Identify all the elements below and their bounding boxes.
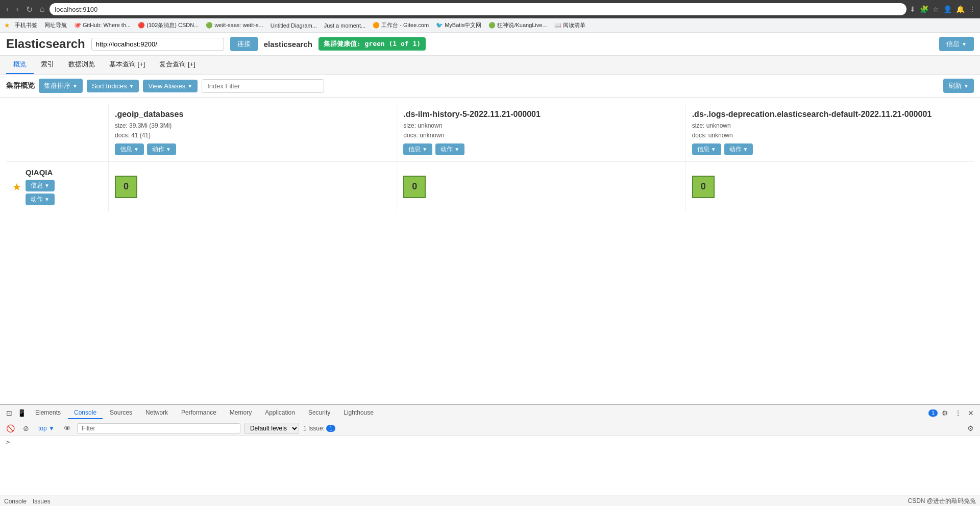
index-size-2: size: unknown xyxy=(692,121,968,131)
node-info-btn[interactable]: 信息 ▼ xyxy=(26,180,55,191)
index-docs-0: docs: 41 (41) xyxy=(115,131,390,140)
address-bar[interactable]: localhost:9100 xyxy=(50,3,906,15)
devtools-tab-elements[interactable]: Elements xyxy=(29,407,67,419)
console-filter-input[interactable] xyxy=(77,423,240,433)
devtools-toolbar: 🚫 ⊘ top ▼ 👁 Default levels 1 Issue: 1 ⚙ xyxy=(0,421,980,436)
index-docs-1: docs: unknown xyxy=(403,131,679,140)
reload-btn[interactable]: ↻ xyxy=(24,4,35,15)
clear-console-icon[interactable]: 🚫 xyxy=(4,423,17,433)
address-text: localhost:9100 xyxy=(55,6,97,13)
index-actions-0: 信息 ▼ 动作 ▼ xyxy=(115,143,390,155)
index-header-0: .geoip_databases size: 39.3Mi (39.3Mi) d… xyxy=(108,104,397,161)
index-header-1: .ds-ilm-history-5-2022.11.21-000001 size… xyxy=(397,104,685,161)
log-levels-select[interactable]: Default levels xyxy=(244,423,299,434)
devtools-tab-lighthouse[interactable]: Lighthouse xyxy=(337,407,380,419)
bookmark-nav[interactable]: 网址导航 xyxy=(42,20,69,30)
bookmark-readlist[interactable]: 📖 阅读清单 xyxy=(552,20,588,30)
shard-cell-1: 0 xyxy=(397,162,685,211)
info-btn-2[interactable]: 信息 ▼ xyxy=(692,143,721,155)
url-input[interactable] xyxy=(91,38,224,51)
devtools-tab-performance[interactable]: Performance xyxy=(175,407,223,419)
action-btn-1[interactable]: 动作 ▼ xyxy=(435,143,464,155)
browser-icons: ⬇ 🧩 ☆ 👤 🔔 ⋮ xyxy=(910,5,976,13)
index-name-0: .geoip_databases xyxy=(115,110,390,119)
bookmark-kuang[interactable]: 🟢 狂神说/KuangLive... xyxy=(486,20,549,30)
devtools-settings-icon[interactable]: ⚙ xyxy=(965,423,976,433)
back-btn[interactable]: ‹ xyxy=(4,4,11,15)
shard-box-1: 0 xyxy=(403,176,426,198)
bookmark-moment[interactable]: Just a moment... xyxy=(322,21,368,30)
info-chevron-icon-0: ▼ xyxy=(134,147,139,152)
bottom-right-text: CSDN @进击的敲码免兔 xyxy=(908,497,976,505)
index-size-1: size: unknown xyxy=(403,121,679,131)
extension-icon: 🧩 xyxy=(920,5,928,13)
info-btn-0[interactable]: 信息 ▼ xyxy=(115,143,144,155)
bookmark-csdn[interactable]: 🔴 (102条消息) CSDN... xyxy=(135,20,201,30)
eye-icon[interactable]: 👁 xyxy=(62,423,73,433)
main-content: .geoip_databases size: 39.3Mi (39.3Mi) d… xyxy=(0,98,980,402)
view-aliases-chevron-icon: ▼ xyxy=(187,83,192,89)
more-icon[interactable]: ⋮ xyxy=(952,408,964,418)
cluster-sort-button[interactable]: 集群排序 ▼ xyxy=(39,79,83,93)
index-header-2: .ds-.logs-deprecation.elasticsearch-defa… xyxy=(685,104,974,161)
devtools-tab-console[interactable]: Console xyxy=(68,407,103,419)
issue-count-badge: 1 xyxy=(928,409,938,417)
tab-indices[interactable]: 索引 xyxy=(34,56,61,74)
cluster-grid: .geoip_databases size: 39.3Mi (39.3Mi) d… xyxy=(6,104,974,211)
index-filter-input[interactable] xyxy=(202,79,324,93)
forward-btn[interactable]: › xyxy=(14,4,20,15)
node-action-btn[interactable]: 动作 ▼ xyxy=(26,194,55,205)
settings-icon[interactable]: ⚙ xyxy=(940,408,950,418)
bookmark-mybatis[interactable]: 🐦 MyBatis中文网 xyxy=(433,20,484,30)
issue-badge: 1 xyxy=(326,425,335,432)
browser-chrome: ‹ › ↻ ⌂ localhost:9100 ⬇ 🧩 ☆ 👤 🔔 ⋮ xyxy=(0,0,980,18)
action-btn-0[interactable]: 动作 ▼ xyxy=(147,143,176,155)
bookmark-gitee[interactable]: 🟠 工作台 - Gitee.com xyxy=(370,20,431,30)
bookmark-github[interactable]: 🐙 GitHub: Where th... xyxy=(71,21,133,30)
star-icon[interactable]: ☆ xyxy=(933,5,939,13)
devtools-tab-security[interactable]: Security xyxy=(302,407,336,419)
issue-label: 1 Issue: 1 xyxy=(303,425,336,432)
tab-compound-query[interactable]: 复合查询 [+] xyxy=(152,56,202,74)
sort-indices-button[interactable]: Sort Indices ▼ xyxy=(87,80,139,92)
action-btn-2[interactable]: 动作 ▼ xyxy=(724,143,753,155)
devtools-tab-application[interactable]: Application xyxy=(259,407,301,419)
info-button[interactable]: 信息 ▼ xyxy=(939,37,974,51)
app-title: Elasticsearch xyxy=(6,37,85,51)
toolbar-label: 集群概览 xyxy=(6,81,35,90)
menu-icon[interactable]: ⋮ xyxy=(969,5,976,13)
connect-button[interactable]: 连接 xyxy=(230,37,258,51)
devtools-tab-network[interactable]: Network xyxy=(139,407,174,419)
info-btn-1[interactable]: 信息 ▼ xyxy=(403,143,432,155)
issues-tab-bottom[interactable]: Issues xyxy=(33,498,51,505)
bookmark-star-icon: ★ xyxy=(4,21,10,29)
view-aliases-button[interactable]: View Aliases ▼ xyxy=(143,80,198,92)
node-label-cell: ★ QIAQIA 信息 ▼ 动作 ▼ xyxy=(6,162,108,211)
favorite-star-icon[interactable]: ★ xyxy=(12,181,21,193)
console-tab-bottom[interactable]: Console xyxy=(4,498,27,505)
bookmark-weiit[interactable]: 🟢 weiit-saas: weiit-s... xyxy=(203,21,265,30)
devtools-inspect-icon[interactable]: ⊡ xyxy=(4,408,14,418)
pause-icon[interactable]: ⊘ xyxy=(21,423,31,433)
devtools-side-icons: 1 ⚙ ⋮ ✕ xyxy=(928,408,976,418)
devtools-tabs: ⊡ 📱 Elements Console Sources Network Per… xyxy=(0,405,980,421)
notification-icon: 🔔 xyxy=(956,5,965,13)
index-actions-2: 信息 ▼ 动作 ▼ xyxy=(692,143,968,155)
close-icon[interactable]: ✕ xyxy=(966,408,976,418)
tab-basic-query[interactable]: 基本查询 [+] xyxy=(102,56,152,74)
shard-cell-2: 0 xyxy=(685,162,974,211)
info-chevron-icon-2: ▼ xyxy=(711,147,716,152)
index-name-1: .ds-ilm-history-5-2022.11.21-000001 xyxy=(403,110,679,119)
refresh-button[interactable]: 刷新 ▼ xyxy=(943,79,974,93)
devtools-tab-sources[interactable]: Sources xyxy=(104,407,138,419)
home-btn[interactable]: ⌂ xyxy=(38,4,47,15)
devtools-tab-memory[interactable]: Memory xyxy=(224,407,258,419)
bookmark-mobile[interactable]: 手机书签 xyxy=(12,20,40,30)
cluster-name: elasticsearch xyxy=(264,40,312,49)
tab-overview[interactable]: 概览 xyxy=(6,56,34,74)
bookmark-diagram[interactable]: Untitled Diagram... xyxy=(268,21,320,30)
devtools-device-icon[interactable]: 📱 xyxy=(15,408,28,418)
index-docs-2: docs: unknown xyxy=(692,131,968,140)
tab-data-browser[interactable]: 数据浏览 xyxy=(61,56,102,74)
top-dropdown[interactable]: top ▼ xyxy=(35,424,58,433)
